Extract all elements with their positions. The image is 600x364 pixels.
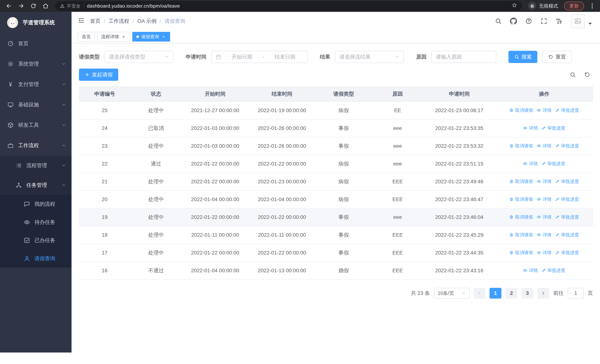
- sidebar-item-system-management[interactable]: 系统管理: [0, 54, 72, 74]
- tab-close-button[interactable]: [161, 34, 166, 39]
- sidebar-menu: 首页系统管理支付管理基础设施研发工具工作流程流程管理任务管理我的流程待办任务已办…: [0, 33, 72, 268]
- progress-link[interactable]: 审批进度: [555, 107, 579, 113]
- security-indicator[interactable]: 不安全: [60, 3, 81, 9]
- cell-type: 事假: [315, 208, 372, 226]
- cancel-leave-link[interactable]: 取消请假: [509, 178, 533, 184]
- column-header: 申请编号: [79, 86, 130, 102]
- tab-close-button[interactable]: [121, 34, 126, 39]
- cell-reason: eee: [372, 155, 423, 173]
- browser-menu-button[interactable]: [588, 2, 596, 10]
- sidebar-item-task-management[interactable]: 任务管理: [0, 175, 72, 195]
- tab-leave-query[interactable]: 请假查询: [132, 32, 170, 42]
- sidebar-collapse-button[interactable]: [78, 17, 85, 26]
- tab-home[interactable]: 首页: [78, 32, 95, 42]
- progress-link[interactable]: 审批进度: [542, 267, 565, 273]
- logo[interactable]: 芋道管理系统: [0, 12, 72, 33]
- detail-link[interactable]: 详情: [537, 107, 552, 113]
- home-button[interactable]: [40, 1, 51, 11]
- breadcrumb-item[interactable]: OA 示例: [138, 18, 157, 25]
- detail-link[interactable]: 详情: [523, 125, 538, 131]
- end-date-placeholder: 结束日期: [267, 53, 303, 60]
- page-size-select[interactable]: 10条/页: [434, 288, 469, 299]
- action-label: 取消请假: [515, 214, 533, 220]
- goto-page-input[interactable]: [568, 288, 584, 299]
- cancel-leave-link[interactable]: 取消请假: [509, 214, 533, 220]
- delete-icon: [509, 179, 514, 184]
- progress-link[interactable]: 审批进度: [555, 232, 579, 238]
- breadcrumb-item[interactable]: 工作流程: [109, 18, 129, 25]
- help-icon[interactable]: [525, 18, 532, 25]
- github-icon[interactable]: [510, 18, 517, 25]
- sidebar-item-label: 基础设施: [18, 101, 39, 108]
- sidebar-item-process-management[interactable]: 流程管理: [0, 156, 72, 175]
- gear-icon: [7, 61, 14, 67]
- progress-link[interactable]: 审批进度: [542, 161, 565, 167]
- sidebar-item-done-tasks[interactable]: 已办任务: [0, 231, 72, 250]
- result-select[interactable]: 请选择流结果: [335, 51, 404, 63]
- page-button-2[interactable]: 2: [506, 288, 517, 299]
- sidebar-item-my-process[interactable]: 我的流程: [0, 195, 72, 213]
- leave-type-select[interactable]: 请选择请假类型: [104, 51, 173, 63]
- back-button[interactable]: [4, 1, 14, 11]
- detail-link[interactable]: 详情: [523, 267, 538, 273]
- next-page-button[interactable]: [537, 288, 549, 299]
- detail-link[interactable]: 详情: [537, 214, 552, 220]
- cell-status: 处理中: [130, 244, 182, 262]
- address-bar[interactable]: 不安全 dashboard.yudao.iocoder.cn/bpm/oa/le…: [55, 1, 522, 11]
- cell-start: 2022-01-03 00:00:00: [182, 137, 249, 155]
- cell-status: 已取消: [130, 119, 182, 137]
- refresh-table-icon[interactable]: [584, 72, 590, 78]
- progress-link[interactable]: 审批进度: [542, 125, 565, 131]
- page-button-1[interactable]: 1: [489, 288, 501, 299]
- sidebar-item-workflow[interactable]: 工作流程: [0, 135, 72, 156]
- sidebar-item-infrastructure[interactable]: 基础设施: [0, 94, 72, 115]
- progress-link[interactable]: 审批进度: [555, 250, 579, 256]
- apply-time-range-picker[interactable]: 开始日期 - 结束日期: [211, 51, 308, 63]
- forward-button[interactable]: [16, 1, 26, 11]
- bookmark-star-button[interactable]: [511, 2, 517, 10]
- sidebar-item-dev-tools[interactable]: 研发工具: [0, 115, 72, 135]
- progress-link[interactable]: 审批进度: [555, 196, 579, 202]
- fullscreen-icon[interactable]: [540, 18, 547, 25]
- cancel-leave-link[interactable]: 取消请假: [509, 196, 533, 202]
- search-button[interactable]: 搜索: [508, 51, 537, 63]
- detail-link[interactable]: 详情: [537, 232, 552, 238]
- sidebar-item-todo-tasks[interactable]: 待办任务: [0, 213, 72, 231]
- detail-link[interactable]: 详情: [523, 161, 538, 167]
- edit-icon: [542, 161, 546, 166]
- detail-link[interactable]: 详情: [537, 196, 552, 202]
- progress-link[interactable]: 审批进度: [555, 143, 579, 149]
- sidebar-item-home[interactable]: 首页: [0, 33, 72, 54]
- sidebar-item-leave-query[interactable]: 请假查询: [0, 250, 72, 268]
- cancel-leave-link[interactable]: 取消请假: [509, 250, 533, 256]
- detail-link[interactable]: 详情: [537, 250, 552, 256]
- progress-link[interactable]: 审批进度: [555, 178, 579, 184]
- font-size-icon[interactable]: [555, 18, 562, 25]
- user-menu[interactable]: [571, 14, 594, 28]
- prev-page-button[interactable]: [474, 288, 486, 299]
- action-label: 审批进度: [561, 196, 579, 202]
- cancel-leave-link[interactable]: 取消请假: [509, 232, 533, 238]
- cancel-leave-link[interactable]: 取消请假: [509, 107, 533, 113]
- toggle-search-icon[interactable]: [570, 72, 576, 78]
- update-button[interactable]: 更新: [564, 1, 584, 10]
- detail-link[interactable]: 详情: [537, 143, 552, 149]
- create-leave-button[interactable]: 发起请假: [79, 69, 118, 81]
- progress-link[interactable]: 审批进度: [555, 214, 579, 220]
- action-label: 取消请假: [515, 178, 533, 184]
- sidebar-item-payment-management[interactable]: 支付管理: [0, 74, 72, 94]
- detail-link[interactable]: 详情: [537, 178, 552, 184]
- cancel-leave-link[interactable]: 取消请假: [509, 143, 533, 149]
- reload-button[interactable]: [28, 1, 38, 11]
- url-text[interactable]: dashboard.yudao.iocoder.cn/bpm/oa/leave: [87, 3, 508, 9]
- chevron-right-icon: [541, 291, 546, 296]
- search-icon[interactable]: [495, 18, 502, 25]
- reason-input[interactable]: [436, 54, 492, 60]
- tab-process-detail[interactable]: 流程详情: [97, 32, 130, 42]
- page-button-3[interactable]: 3: [521, 288, 533, 299]
- reset-button[interactable]: 重置: [542, 51, 572, 63]
- cell-id: 16: [79, 262, 130, 280]
- cell-actions: 取消请假详情审批进度: [495, 191, 593, 208]
- breadcrumb-item[interactable]: 首页: [90, 18, 100, 25]
- cell-type: 事假: [315, 119, 372, 137]
